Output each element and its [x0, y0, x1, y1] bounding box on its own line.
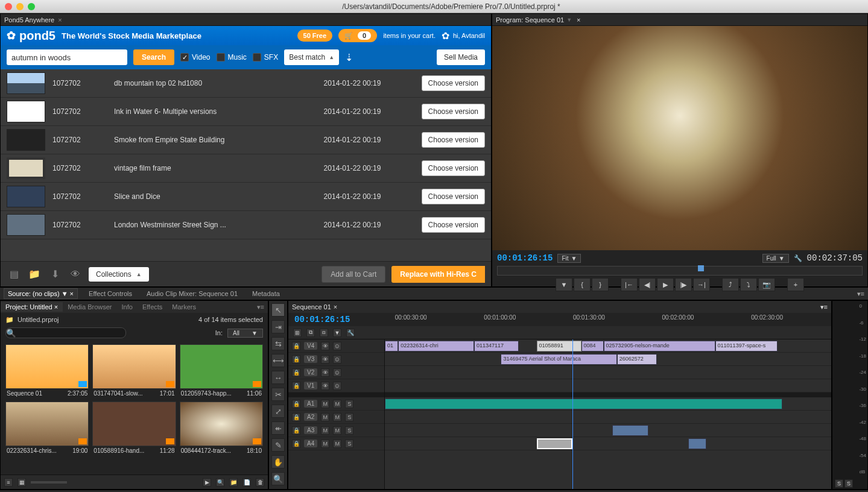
clear-button[interactable]: 🗑: [256, 478, 264, 487]
cart-button[interactable]: 🛒 0: [338, 29, 377, 42]
step-back-button[interactable]: ◀|: [639, 278, 656, 291]
add-marker-button[interactable]: ▼: [556, 278, 572, 291]
bin-icon[interactable]: 📁: [5, 316, 14, 324]
sell-media-button[interactable]: Sell Media: [437, 49, 485, 65]
lock-icon[interactable]: 🔒: [292, 368, 300, 377]
close-window-button[interactable]: [5, 3, 12, 10]
eye-icon[interactable]: 👁: [68, 267, 83, 282]
replace-hires-button[interactable]: Replace with Hi-Res C: [391, 266, 485, 283]
mute-icon[interactable]: M: [333, 400, 341, 408]
go-to-in-button[interactable]: |←: [621, 278, 638, 291]
video-clip[interactable]: 0084: [581, 341, 604, 352]
choose-version-button[interactable]: Choose version: [422, 160, 485, 176]
add-button[interactable]: +: [787, 278, 804, 291]
slip-tool[interactable]: ⤢: [271, 405, 285, 418]
effect-controls-tab[interactable]: Effect Controls: [85, 289, 136, 298]
close-icon[interactable]: ×: [70, 290, 74, 297]
track-select-tool[interactable]: ⇥: [271, 320, 285, 333]
project-tab[interactable]: Project: Untitled ×: [1, 302, 63, 312]
close-icon[interactable]: ×: [577, 16, 580, 24]
result-row[interactable]: 1072702Smoke from Empire State Building2…: [1, 126, 491, 154]
maximize-window-button[interactable]: [28, 3, 35, 10]
video-track[interactable]: [385, 379, 831, 393]
solo-button[interactable]: S: [835, 479, 843, 488]
zoom-slider[interactable]: [31, 481, 67, 484]
result-row[interactable]: 1072702Slice and Dice2014-01-22 00:19Cho…: [1, 183, 491, 211]
lock-icon[interactable]: 🔒: [292, 413, 300, 421]
sort-dropdown[interactable]: Best match▲: [284, 49, 339, 65]
lock-icon[interactable]: 🔒: [292, 400, 300, 408]
pond5-logo[interactable]: ✿ pond5: [7, 29, 55, 43]
video-clip[interactable]: 011347117: [474, 341, 519, 352]
video-track-header[interactable]: 🔒V4👁⊙: [288, 339, 384, 353]
marker-button[interactable]: ▼: [333, 329, 341, 337]
zoom-tool[interactable]: 🔍: [271, 472, 285, 485]
new-bin-button[interactable]: 📁: [229, 478, 238, 487]
mute-icon[interactable]: M: [321, 413, 329, 421]
choose-version-button[interactable]: Choose version: [422, 189, 485, 204]
in-filter-dropdown[interactable]: All▼: [227, 329, 263, 338]
download-icon[interactable]: ⬇: [48, 267, 62, 282]
selection-tool[interactable]: ↖: [271, 303, 285, 317]
eye-icon[interactable]: 👁: [321, 355, 329, 364]
download-arrow-icon[interactable]: ⇣: [345, 52, 353, 63]
choose-version-button[interactable]: Choose version: [422, 104, 485, 119]
slide-tool[interactable]: ↞: [271, 421, 285, 435]
play-button[interactable]: ▶: [657, 278, 674, 291]
filter-music[interactable]: Music: [217, 53, 247, 62]
free-badge[interactable]: 50 Free: [297, 30, 333, 42]
source-tab[interactable]: Source: (no clips) ▼ ×: [4, 288, 78, 299]
timeline-timecode[interactable]: 00:01:26:15: [294, 315, 379, 324]
hand-tool[interactable]: ✋: [271, 455, 285, 468]
settings-button[interactable]: 🔧: [346, 329, 355, 337]
pen-tool[interactable]: ✎: [271, 438, 285, 452]
video-track-header[interactable]: 🔒V2👁⊙: [288, 366, 384, 379]
icon-view-button[interactable]: ▦: [17, 478, 26, 487]
mute-icon[interactable]: M: [321, 440, 329, 448]
filter-video[interactable]: Video: [180, 53, 210, 62]
playhead-timecode[interactable]: 00:01:26:15: [497, 253, 553, 263]
solo-icon[interactable]: S: [345, 400, 353, 408]
sync-lock-icon[interactable]: ⊙: [333, 342, 341, 350]
close-icon[interactable]: ×: [334, 303, 337, 311]
bin-item[interactable]: 012059743-happ...11:06: [180, 344, 263, 398]
bin-item[interactable]: Sequence 012:37:05: [5, 344, 89, 398]
pond5-panel-tab[interactable]: Pond5 Anywhere ×: [1, 14, 491, 26]
audio-clip[interactable]: [612, 425, 648, 436]
audio-track-header[interactable]: 🔒A1MMS: [288, 397, 384, 411]
mute-icon[interactable]: M: [321, 400, 329, 408]
rate-stretch-tool[interactable]: ↔: [271, 371, 285, 384]
mute-icon[interactable]: M: [333, 440, 341, 448]
zoom-fit-dropdown[interactable]: Fit▼: [557, 254, 581, 263]
filter-sfx[interactable]: SFX: [253, 53, 278, 62]
lock-icon[interactable]: 🔒: [292, 355, 300, 364]
auto-sequence-button[interactable]: ▶: [203, 478, 211, 487]
audio-track[interactable]: [385, 411, 831, 424]
playhead-marker[interactable]: [698, 265, 704, 271]
lock-icon[interactable]: 🔒: [292, 382, 300, 390]
program-ruler[interactable]: [497, 266, 863, 276]
audio-clip[interactable]: [688, 438, 706, 449]
step-forward-button[interactable]: |▶: [675, 278, 692, 291]
solo-button[interactable]: S: [844, 479, 853, 488]
rolling-edit-tool[interactable]: ⟷: [271, 354, 285, 367]
sync-lock-icon[interactable]: ⊙: [333, 368, 341, 377]
sync-lock-icon[interactable]: ⊙: [333, 355, 341, 364]
ripple-edit-tool[interactable]: ⇆: [271, 337, 285, 350]
lock-icon[interactable]: 🔒: [292, 440, 300, 448]
find-button[interactable]: 🔍: [216, 478, 224, 487]
bin-item[interactable]: 008444172-track...18:10: [180, 402, 263, 455]
lift-button[interactable]: ⤴: [722, 278, 739, 291]
result-row[interactable]: 1072702db mountain top 02 hd10802014-01-…: [1, 69, 491, 98]
search-button[interactable]: Search: [133, 49, 174, 65]
eye-icon[interactable]: 👁: [321, 368, 329, 377]
panel-menu-icon[interactable]: ▾≡: [820, 303, 828, 311]
timeline-tab[interactable]: Sequence 01 ×▾≡: [288, 301, 831, 313]
metadata-tab[interactable]: Metadata: [249, 289, 284, 298]
linked-selection-button[interactable]: ⧈: [320, 329, 328, 337]
video-clip[interactable]: 022326314-chri: [398, 341, 474, 352]
video-clip[interactable]: 011011397-space-s: [715, 341, 778, 352]
effects-tab[interactable]: Effects: [138, 302, 167, 312]
go-to-out-button[interactable]: →|: [693, 278, 710, 291]
resolution-dropdown[interactable]: Full▼: [762, 254, 789, 263]
